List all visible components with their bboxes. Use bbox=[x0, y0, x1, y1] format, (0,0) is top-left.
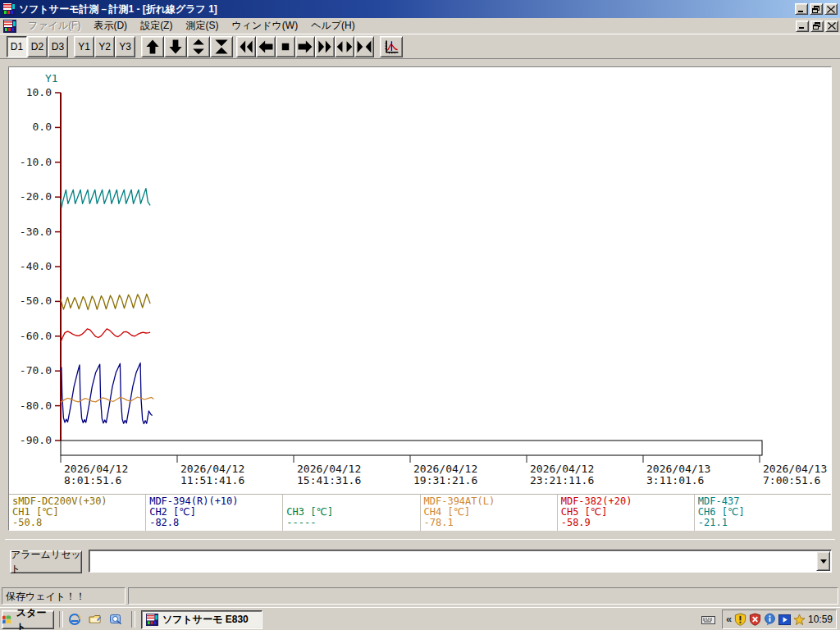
y-tick-label: 0.0 bbox=[33, 121, 52, 133]
star-icon[interactable] bbox=[793, 614, 806, 626]
y-tick-label: -20.0 bbox=[20, 190, 52, 203]
y-tick-label: -90.0 bbox=[20, 434, 52, 446]
x-tick-time: 3:11:01.6 bbox=[646, 474, 704, 486]
x-tick-date: 2026/04/13 bbox=[763, 463, 827, 475]
legend-cell-CH2[interactable]: MDF-394(R)(+10)CH2 [℃]-82.8 bbox=[146, 495, 283, 531]
legend-cell-CH3[interactable]: CH3 [℃]----- bbox=[283, 495, 420, 531]
start-button[interactable]: スタート bbox=[2, 610, 54, 629]
keyboard-layout-icon[interactable] bbox=[701, 613, 715, 628]
fast-rewind-icon bbox=[237, 38, 255, 56]
y-tick-label: -70.0 bbox=[20, 364, 52, 377]
y-tick-label: -50.0 bbox=[20, 294, 52, 307]
menu-measure[interactable]: 測定(S) bbox=[179, 18, 225, 34]
chevron-collapse-icon[interactable]: « bbox=[726, 615, 732, 623]
combo-dropdown-button[interactable] bbox=[816, 551, 830, 571]
step-left-icon bbox=[257, 38, 275, 56]
y3-button[interactable]: Y3 bbox=[115, 36, 135, 57]
task-button-softthermo[interactable]: ソフトサーモ E830 bbox=[141, 610, 262, 629]
alarm-message-combobox[interactable] bbox=[89, 550, 832, 573]
chevron-down-icon bbox=[820, 559, 827, 564]
scroll-down-icon bbox=[167, 38, 185, 56]
app-icon[interactable] bbox=[2, 2, 16, 16]
x-tick-time: 15:41:31.6 bbox=[297, 474, 361, 486]
start-label: スタート bbox=[16, 606, 53, 630]
x-tick-date: 2026/04/12 bbox=[530, 463, 594, 475]
channel-legend: sMDF-DC200V(+30)CH1 [℃]-50.8MDF-394(R)(+… bbox=[9, 494, 831, 531]
scroll-up-button[interactable] bbox=[141, 36, 164, 57]
desktop: { "window": { "title": "ソフトサーモ計測－計測1 - [… bbox=[0, 0, 840, 630]
minimize-button[interactable] bbox=[795, 3, 808, 15]
menu-settings[interactable]: 設定(Z) bbox=[134, 18, 179, 34]
taskbar-divider bbox=[131, 611, 135, 628]
y1-button[interactable]: Y1 bbox=[74, 36, 94, 57]
ie-icon[interactable] bbox=[67, 612, 82, 627]
child-close-button[interactable] bbox=[825, 21, 838, 32]
d3-button[interactable]: D3 bbox=[48, 36, 68, 57]
d1-button[interactable]: D1 bbox=[7, 36, 27, 57]
compress-horizontal-icon bbox=[355, 38, 373, 56]
legend-current-value: -50.8 bbox=[12, 518, 142, 528]
y-tick-label: -80.0 bbox=[20, 399, 52, 412]
graph-settings-button[interactable] bbox=[380, 36, 403, 57]
legend-current-value: -78.1 bbox=[424, 518, 554, 528]
stop-icon bbox=[276, 38, 294, 56]
legend-current-value: -58.9 bbox=[561, 518, 691, 528]
legend-cell-CH1[interactable]: sMDF-DC200V(+30)CH1 [℃]-50.8 bbox=[9, 495, 146, 531]
step-right-icon bbox=[296, 38, 314, 56]
fast-forward-icon bbox=[316, 38, 334, 56]
menu-bar: ファイル(F) 表示(D) 設定(Z) 測定(S) ウィンドウ(W) ヘルプ(H… bbox=[0, 18, 840, 34]
series-line-CH5 bbox=[61, 329, 150, 342]
series-line-CH6 bbox=[61, 189, 150, 208]
alarm-reset-button[interactable]: アラームリセット bbox=[10, 550, 82, 573]
status-message: 保存ウェイト！！ bbox=[2, 587, 126, 605]
scroll-down-button[interactable] bbox=[164, 36, 187, 57]
restore-button[interactable] bbox=[810, 3, 823, 15]
legend-cell-CH6[interactable]: MDF-437CH6 [℃]-21.1 bbox=[695, 495, 831, 531]
x-tick-time: 23:21:11.6 bbox=[530, 474, 594, 486]
menu-file: ファイル(F) bbox=[21, 18, 87, 34]
stop-button[interactable] bbox=[276, 36, 295, 57]
show-desktop-icon[interactable] bbox=[88, 612, 103, 627]
child-restore-button[interactable] bbox=[810, 21, 824, 32]
document-icon[interactable] bbox=[3, 20, 16, 33]
step-right-button[interactable] bbox=[295, 36, 315, 57]
x-tick-time: 7:00:51.6 bbox=[763, 474, 820, 486]
compress-vertical-icon bbox=[212, 38, 231, 56]
legend-cell-CH4[interactable]: MDF-394AT(L)CH4 [℃]-78.1 bbox=[421, 495, 558, 531]
x-tick-date: 2026/04/12 bbox=[413, 463, 477, 475]
compress-vertical-button[interactable] bbox=[210, 36, 233, 57]
x-tick-time: 8:01:51.6 bbox=[64, 474, 121, 486]
menu-help[interactable]: ヘルプ(H) bbox=[304, 18, 362, 34]
expand-horizontal-icon bbox=[336, 38, 354, 56]
fast-rewind-button[interactable] bbox=[236, 36, 256, 57]
legend-current-value: -82.8 bbox=[149, 518, 279, 528]
y-tick-label: -40.0 bbox=[20, 260, 52, 272]
channels-icon[interactable] bbox=[108, 612, 123, 627]
y-tick-label: -10.0 bbox=[20, 156, 52, 168]
expand-horizontal-button[interactable] bbox=[335, 36, 354, 57]
restore-icon bbox=[812, 6, 820, 13]
security-warning-shield-icon[interactable] bbox=[734, 613, 746, 626]
compress-horizontal-button[interactable] bbox=[354, 36, 374, 57]
x-tick-date: 2026/04/12 bbox=[297, 463, 361, 475]
menu-window[interactable]: ウィンドウ(W) bbox=[225, 18, 304, 34]
expand-vertical-button[interactable] bbox=[187, 36, 210, 57]
step-left-button[interactable] bbox=[256, 36, 276, 57]
d2-button[interactable]: D2 bbox=[27, 36, 48, 57]
status-secondary bbox=[128, 587, 838, 605]
menu-view[interactable]: 表示(D) bbox=[87, 18, 134, 34]
close-button[interactable] bbox=[824, 3, 838, 15]
minimize-icon bbox=[798, 22, 806, 30]
security-error-shield-icon[interactable] bbox=[749, 613, 761, 626]
graph-workspace: Y110.00.0-10.0-20.0-30.0-40.0-50.0-60.0-… bbox=[0, 58, 840, 584]
title-bar: ソフトサーモ計測－計測1 - [折れ線グラフ 1] bbox=[0, 0, 840, 18]
fast-forward-button[interactable] bbox=[315, 36, 335, 57]
y2-button[interactable]: Y2 bbox=[94, 36, 115, 57]
child-minimize-button[interactable] bbox=[796, 21, 809, 32]
info-balloon-icon[interactable] bbox=[764, 613, 776, 626]
windows-logo-icon bbox=[2, 614, 14, 625]
alarm-combo-value bbox=[89, 550, 815, 572]
time-range-box bbox=[61, 441, 762, 455]
legend-cell-CH5[interactable]: MDF-382(+20)CH5 [℃]-58.9 bbox=[558, 495, 695, 531]
media-play-icon[interactable] bbox=[778, 614, 791, 626]
